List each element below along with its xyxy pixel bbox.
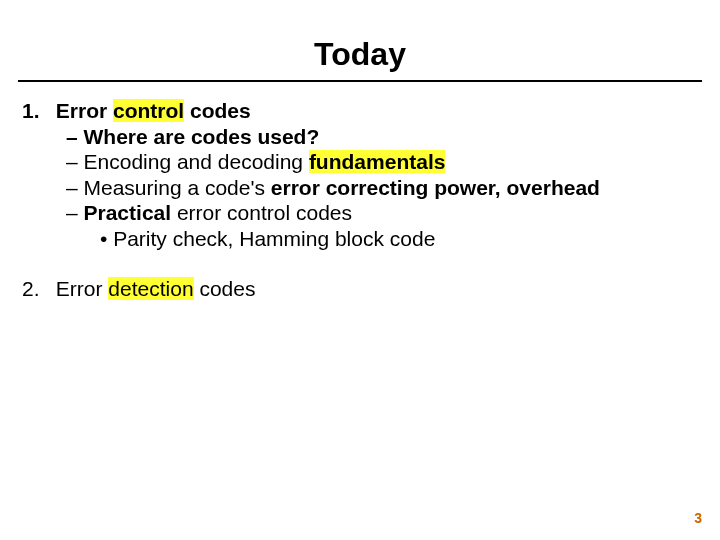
slide-title: Today <box>0 36 720 73</box>
item1-sub5: • Parity check, Hamming block code <box>114 226 698 252</box>
item1-sub1: – Where are codes used? <box>84 124 698 150</box>
item1-number: 1. <box>22 98 50 124</box>
item1-sub3-pre: Measuring a code's <box>84 176 271 199</box>
dash-icon: – <box>66 150 84 173</box>
item1-sub5-text: Parity check, Hamming block code <box>113 227 435 250</box>
page-number: 3 <box>694 510 702 526</box>
item1-heading: 1. Error control codes <box>22 98 698 124</box>
item2-pre: Error <box>56 277 109 300</box>
item2-post: codes <box>194 277 256 300</box>
item1-sub2-highlight: fundamentals <box>309 150 446 173</box>
item2-highlight: detection <box>108 277 193 300</box>
item1-sub4-bold: Practical <box>84 201 172 224</box>
list-item-1: 1. Error control codes – Where are codes… <box>22 98 698 252</box>
item1-sub3: – Measuring a code's error correcting po… <box>84 175 698 201</box>
bullet-icon: • <box>100 227 113 250</box>
item1-sub2: – Encoding and decoding fundamentals <box>84 149 698 175</box>
slide-body: 1. Error control codes – Where are codes… <box>22 98 698 301</box>
item1-sub4: – Practical error control codes <box>84 200 698 226</box>
item1-pre: Error <box>56 99 113 122</box>
item1-sub1-text: Where are codes used? <box>84 125 320 148</box>
dash-icon: – <box>66 176 84 199</box>
dash-icon: – <box>66 201 84 224</box>
item1-sub3-bold: error correcting power, overhead <box>271 176 600 199</box>
item1-sub2-pre: Encoding and decoding <box>84 150 309 173</box>
item1-highlight: control <box>113 99 184 122</box>
dash-icon: – <box>66 125 84 148</box>
title-underline <box>18 80 702 82</box>
item1-sub4-post: error control codes <box>171 201 352 224</box>
slide: Today 1. Error control codes – Where are… <box>0 0 720 540</box>
list-item-2: 2. Error detection codes <box>22 276 698 302</box>
item2-number: 2. <box>22 276 50 302</box>
item1-post: codes <box>184 99 251 122</box>
